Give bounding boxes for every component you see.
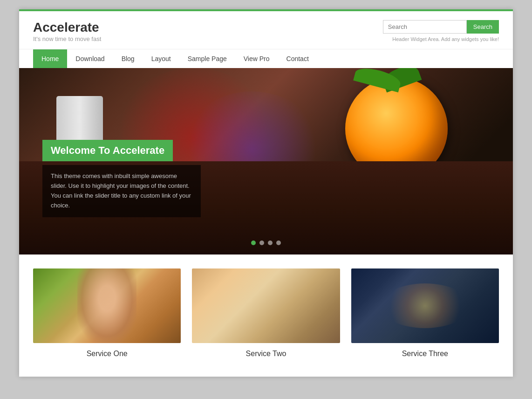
service-image-1 [33, 268, 181, 343]
slider-title: Welcome To Accelerate [42, 140, 173, 161]
service-title-2: Service Two [246, 350, 286, 358]
site-header: Accelerate It's now time to move fast Se… [19, 11, 513, 49]
hero-slider[interactable]: Welcome To Accelerate This theme comes w… [19, 68, 513, 255]
nav-item-home[interactable]: Home [33, 49, 67, 68]
nav-item-contact[interactable]: Contact [278, 49, 317, 68]
nav-link-layout[interactable]: Layout [143, 49, 179, 68]
nav-item-sample[interactable]: Sample Page [179, 49, 235, 68]
site-branding: Accelerate It's now time to move fast [33, 20, 101, 42]
site-nav: Home Download Blog Layout Sample Page Vi… [19, 49, 513, 68]
service-item-1: Service One [33, 268, 181, 358]
search-form: Search [383, 20, 499, 34]
slider-dot-1[interactable] [251, 241, 256, 245]
nav-item-layout[interactable]: Layout [143, 49, 179, 68]
nav-list: Home Download Blog Layout Sample Page Vi… [19, 49, 513, 68]
site-tagline: It's now time to move fast [33, 35, 101, 42]
service-image-2 [192, 268, 340, 343]
nav-link-viewpro[interactable]: View Pro [235, 49, 278, 68]
nav-link-sample[interactable]: Sample Page [179, 49, 235, 68]
services-grid: Service One Service Two Service Three [33, 268, 499, 358]
service-title-3: Service Three [402, 350, 448, 358]
search-button[interactable]: Search [467, 20, 499, 34]
search-input[interactable] [383, 20, 467, 34]
nav-item-download[interactable]: Download [67, 49, 113, 68]
nav-link-blog[interactable]: Blog [113, 49, 143, 68]
header-right: Search Header Widget Area. Add any widge… [383, 20, 499, 42]
slider-dot-3[interactable] [268, 241, 273, 245]
service-item-2: Service Two [192, 268, 340, 358]
slider-dots [251, 241, 281, 245]
nav-item-viewpro[interactable]: View Pro [235, 49, 278, 68]
service-title-1: Service One [87, 350, 128, 358]
service-item-3: Service Three [351, 268, 499, 358]
nav-item-blog[interactable]: Blog [113, 49, 143, 68]
header-widget-text: Header Widget Area. Add any widgets you … [392, 36, 499, 42]
services-section: Service One Service Two Service Three [19, 255, 513, 377]
nav-link-download[interactable]: Download [67, 49, 113, 68]
slider-description: This theme comes with inbuilt simple awe… [42, 165, 201, 217]
slider-dot-2[interactable] [259, 241, 264, 245]
site-wrapper: Accelerate It's now time to move fast Se… [19, 9, 513, 377]
service-image-3 [351, 268, 499, 343]
slider-content: Welcome To Accelerate This theme comes w… [42, 140, 201, 217]
nav-link-home[interactable]: Home [33, 49, 67, 68]
slider-dot-4[interactable] [276, 241, 281, 245]
nav-link-contact[interactable]: Contact [278, 49, 317, 68]
site-title: Accelerate [33, 20, 101, 35]
